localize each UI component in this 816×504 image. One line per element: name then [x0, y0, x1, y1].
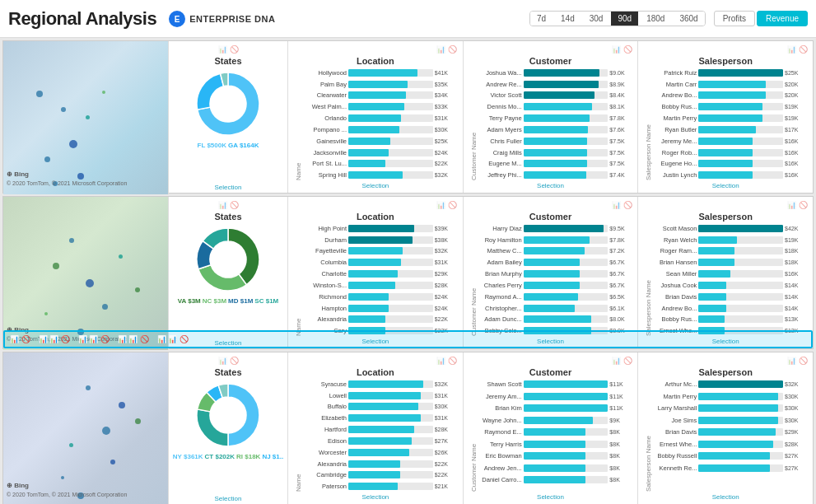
bar-row[interactable]: Craig Mills$7.5K [479, 147, 633, 157]
time-btn-14d[interactable]: 14d [554, 12, 581, 26]
bar-row[interactable]: Edison$27K [304, 436, 458, 446]
bar-row[interactable]: Brian Hansen$18K [654, 258, 808, 268]
donut-chart[interactable] [192, 379, 264, 451]
bar-row[interactable]: Bobby Rus...$13K [654, 315, 808, 324]
bar-row[interactable]: Terry Payne$7.8K [479, 113, 633, 123]
bar-row[interactable]: Gainesville$25K [304, 136, 458, 146]
bar-row[interactable]: Spring Hill$32K [304, 170, 458, 180]
bar-row[interactable]: Andrew Bo...$20K [654, 91, 808, 100]
bar-row[interactable]: Lowell$31K [304, 390, 458, 400]
ban-icon[interactable]: 🚫 [229, 44, 239, 54]
bar-row[interactable]: Palm Bay$35K [304, 79, 458, 89]
bar-row[interactable]: Bobby Russell$27K [654, 450, 808, 461]
bar-row[interactable]: Eric Bowman$8K [479, 450, 633, 461]
bar-row[interactable]: Sean Miller$16K [654, 268, 808, 278]
bar-row[interactable]: Adam Bailey$6.7K [479, 258, 633, 268]
bar-row[interactable]: Charles Perry$6.7K [479, 280, 633, 290]
bar-row[interactable]: Worcester$26K [304, 447, 458, 457]
bar-row[interactable]: Eugene Ho...$16K [654, 159, 808, 169]
bar-row[interactable]: Port St. Lu...$22K [304, 159, 458, 169]
bar-row[interactable]: Raymond A...$6.5K [479, 292, 633, 301]
bar-row[interactable]: Clearwater$34K [304, 91, 458, 100]
bar-row[interactable]: Patrick Ruiz$25K [654, 68, 808, 77]
bar-row[interactable]: Hampton$24K [304, 303, 458, 313]
bar-row[interactable]: Andrew Re...$8.9K [479, 79, 633, 89]
bar-row[interactable]: Joshua Cook$14K [654, 280, 808, 290]
time-btn-90d[interactable]: 90d [611, 12, 638, 26]
bar-row[interactable]: Brian Murphy$6.7K [479, 268, 633, 278]
bar-row[interactable]: Fayetteville$32K [304, 246, 458, 256]
bar-row[interactable]: Chris Fuller$7.5K [479, 136, 633, 146]
bar-row[interactable]: Eugene M...$7.5K [479, 159, 633, 169]
bar-row[interactable]: Brian Davis$14K [654, 292, 808, 301]
chart2-icon[interactable]: 📊 [436, 200, 446, 210]
bar-row[interactable]: Christopher...$6.1K [479, 303, 633, 313]
bar-row[interactable]: Hartford$28K [304, 424, 458, 434]
map-panel-northeast[interactable]: ⊕ Bing© 2020 TomTom, © 2021 Microsoft Co… [3, 352, 168, 504]
bar-row[interactable]: Cambridge$22K [304, 470, 458, 480]
bar-row[interactable]: Martin Carr$20K [654, 79, 808, 89]
metric-btn-revenue[interactable]: Revenue [757, 11, 808, 26]
bar-row[interactable]: Brian Kim$11K [479, 403, 633, 413]
chart2-icon[interactable]: 📊 [611, 356, 621, 366]
ban2-icon[interactable]: 🚫 [622, 200, 632, 210]
bar-row[interactable]: Roger Ram...$18K [654, 246, 808, 256]
chart2-icon[interactable]: 📊 [436, 356, 446, 366]
chart-icon[interactable]: 📊 [217, 200, 227, 210]
donut-chart[interactable] [192, 68, 264, 140]
ban2-icon[interactable]: 🚫 [798, 356, 808, 366]
bar-row[interactable]: Andrew Jen...$8K [479, 463, 633, 474]
bar-row[interactable]: Victor Scott$8.4K [479, 91, 633, 100]
ban2-icon[interactable]: 🚫 [448, 356, 458, 366]
bar-row[interactable]: Scott Mason$42K [654, 223, 808, 233]
bar-row[interactable]: Joshua Wa...$9.0K [479, 68, 633, 77]
bar-row[interactable]: Ernest Whe...$28K [654, 439, 808, 450]
bar-row[interactable]: Jeremy Am...$11K [479, 391, 633, 402]
bar-row[interactable]: Winston-S...$28K [304, 280, 458, 290]
bar-row[interactable]: Hollywood$41K [304, 68, 458, 77]
ban2-icon[interactable]: 🚫 [798, 200, 808, 210]
time-btn-7d[interactable]: 7d [530, 12, 553, 26]
map-panel-florida[interactable]: ⊕ Bing© 2020 TomTom, © 2021 Microsoft Co… [3, 41, 168, 194]
chart2-icon[interactable]: 📊 [611, 200, 621, 210]
chart2-icon[interactable]: 📊 [786, 200, 796, 210]
chart2-icon[interactable]: 📊 [611, 44, 621, 54]
bar-row[interactable]: Martin Perry$30K [654, 391, 808, 402]
ban2-icon[interactable]: 🚫 [622, 44, 632, 54]
ban2-icon[interactable]: 🚫 [622, 356, 632, 366]
chart-icon[interactable]: 📊 [217, 356, 227, 366]
bar-row[interactable]: Charlotte$29K [304, 268, 458, 278]
bar-row[interactable]: Brian Davis$29K [654, 427, 808, 437]
bar-row[interactable]: Bobby Rus...$19K [654, 102, 808, 112]
bar-row[interactable]: Columbia$31K [304, 258, 458, 268]
donut-chart[interactable] [192, 223, 264, 296]
bar-row[interactable]: Shawn Scott$11K [479, 379, 633, 390]
bar-row[interactable]: Wayne John...$9K [479, 415, 633, 426]
bar-row[interactable]: Paterson$21K [304, 482, 458, 492]
bar-row[interactable]: Terry Harris$8K [479, 439, 633, 450]
bar-row[interactable]: Durham$38K [304, 235, 458, 245]
bar-row[interactable]: Syracuse$32K [304, 379, 458, 389]
chart2-icon[interactable]: 📊 [436, 44, 446, 54]
time-btn-360d[interactable]: 360d [673, 12, 704, 26]
bar-row[interactable]: Justin Lynch$16K [654, 170, 808, 180]
bar-row[interactable]: Harry Diaz$9.5K [479, 223, 633, 233]
chart2-icon[interactable]: 📊 [786, 356, 796, 366]
time-btn-30d[interactable]: 30d [583, 12, 610, 26]
bar-row[interactable]: Jeremy Me...$16K [654, 136, 808, 146]
bar-row[interactable]: Richmond$24K [304, 292, 458, 301]
bar-row[interactable]: Daniel Carro...$8K [479, 474, 633, 485]
bar-row[interactable]: Matthew C...$7.2K [479, 246, 633, 256]
bar-row[interactable]: Elizabeth$31K [304, 413, 458, 423]
bar-row[interactable]: Raymond E...$8K [479, 427, 633, 437]
chart2-icon[interactable]: 📊 [786, 44, 796, 54]
bar-row[interactable]: Martin Perry$19K [654, 113, 808, 123]
ban2-icon[interactable]: 🚫 [798, 44, 808, 54]
ban2-icon[interactable]: 🚫 [448, 200, 458, 210]
bar-row[interactable]: Jeffrey Phi...$7.4K [479, 170, 633, 180]
bar-row[interactable]: Larry Marshall$30K [654, 403, 808, 413]
bar-row[interactable]: Roger Rob...$16K [654, 147, 808, 157]
bar-row[interactable]: High Point$39K [304, 223, 458, 233]
bar-row[interactable]: Adam Myers$7.6K [479, 124, 633, 134]
bar-row[interactable]: Pompano ...$30K [304, 124, 458, 134]
